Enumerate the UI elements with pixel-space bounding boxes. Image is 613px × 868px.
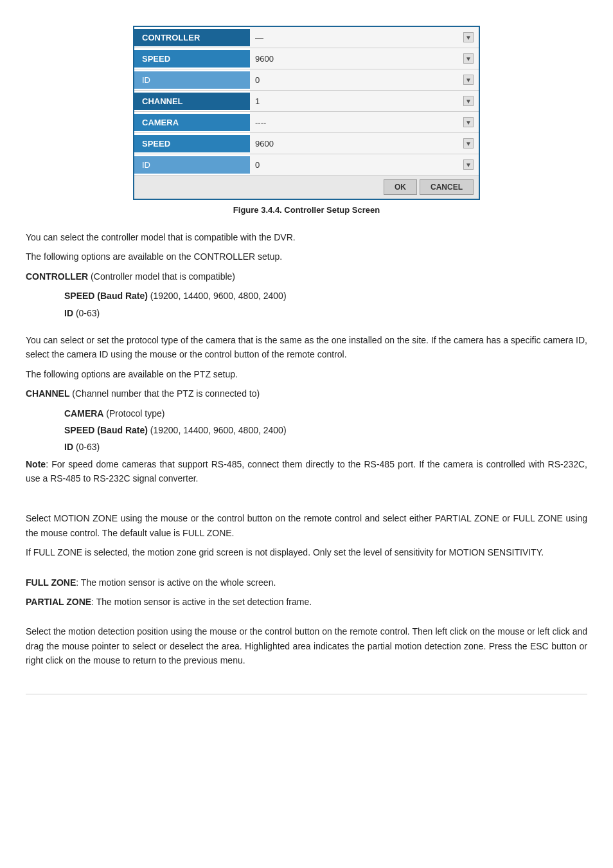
para1: You can select the controller model that…: [26, 230, 587, 244]
id-bold-label: ID: [64, 308, 73, 318]
id-section: ID (0-63): [64, 306, 587, 320]
speed2-dropdown-arrow[interactable]: ▼: [463, 138, 474, 149]
speed-bold-label: SPEED (Baud Rate): [64, 291, 148, 301]
table-row-channel: CHANNEL 1 ▼: [134, 91, 479, 112]
camera-value: ---- ▼: [250, 112, 479, 132]
bottom-rule: [26, 694, 587, 694]
id2-value: 0 ▼: [250, 154, 479, 175]
speed2-bold-label: SPEED (Baud Rate): [64, 425, 148, 435]
channel-bold-desc: (Channel number that the PTZ is connecte…: [69, 388, 260, 399]
controller-label: CONTROLLER: [134, 29, 250, 46]
table-row-speed2: SPEED 9600 ▼: [134, 133, 479, 154]
id2-section: ID (0-63): [64, 440, 587, 454]
note-text: : For speed dome cameras that support RS…: [26, 459, 587, 484]
id2-dropdown-arrow[interactable]: ▼: [463, 159, 474, 170]
table-row-controller: CONTROLLER — ▼: [134, 27, 479, 48]
full-zone-text: : The motion sensor is active on the who…: [76, 577, 276, 588]
controller-value-text: —: [255, 33, 263, 42]
controller-section: CONTROLLER (Controller model that is com…: [26, 269, 587, 284]
partial-zone-section: PARTIAL ZONE: The motion sensor is activ…: [26, 595, 587, 609]
id-desc: (0-63): [73, 308, 100, 318]
speed-baud-section: SPEED (Baud Rate) (19200, 14400, 9600, 4…: [64, 289, 587, 303]
channel-bold-label: CHANNEL: [26, 388, 69, 399]
setup-table: CONTROLLER — ▼ SPEED 9600 ▼ ID 0 ▼ CHANN…: [133, 26, 480, 200]
camera-desc: (Protocol type): [103, 408, 164, 419]
para7: Select the motion detection position usi…: [26, 624, 587, 667]
controller-value: — ▼: [250, 27, 479, 48]
speed1-value: 9600 ▼: [250, 48, 479, 69]
camera-bold-label: CAMERA: [64, 408, 103, 419]
speed1-dropdown-arrow[interactable]: ▼: [463, 53, 474, 64]
camera-dropdown-arrow[interactable]: ▼: [463, 117, 474, 127]
id2-label: ID: [134, 156, 250, 174]
table-row-camera: CAMERA ---- ▼: [134, 112, 479, 133]
channel-dropdown-arrow[interactable]: ▼: [463, 96, 474, 106]
id1-value: 0 ▼: [250, 69, 479, 90]
id2-bold-label: ID: [64, 442, 73, 452]
id2-desc: (0-63): [73, 442, 100, 452]
para3: You can select or set the protocol type …: [26, 333, 587, 362]
button-row: OK CANCEL: [134, 176, 479, 199]
cancel-button[interactable]: CANCEL: [420, 179, 474, 195]
full-zone-section: FULL ZONE: The motion sensor is active o…: [26, 575, 587, 590]
camera-value-text: ----: [255, 118, 266, 127]
speed-desc: (19200, 14400, 9600, 4800, 2400): [148, 291, 287, 301]
camera-label: CAMERA: [134, 114, 250, 131]
id1-dropdown-arrow[interactable]: ▼: [463, 75, 474, 85]
id1-value-text: 0: [255, 75, 260, 85]
note-section: Note: For speed dome cameras that suppor…: [26, 457, 587, 486]
id2-value-text: 0: [255, 160, 260, 170]
camera-section: CAMERA (Protocol type): [64, 406, 587, 420]
channel-value-text: 1: [255, 96, 260, 106]
para6: If FULL ZONE is selected, the motion zon…: [26, 545, 587, 559]
para4: The following options are available on t…: [26, 367, 587, 381]
controller-bold-label: CONTROLLER: [26, 271, 88, 282]
speed1-value-text: 9600: [255, 54, 274, 64]
table-row-id2: ID 0 ▼: [134, 154, 479, 176]
speed2-value: 9600 ▼: [250, 133, 479, 154]
controller-bold-desc: (Controller model that is compatible): [88, 271, 235, 282]
channel-label: CHANNEL: [134, 93, 250, 110]
speed2-baud-section: SPEED (Baud Rate) (19200, 14400, 9600, 4…: [64, 423, 587, 437]
table-row-id1: ID 0 ▼: [134, 69, 479, 91]
ok-button[interactable]: OK: [384, 179, 417, 195]
speed2-value-text: 9600: [255, 139, 274, 149]
para5: Select MOTION ZONE using the mouse or th…: [26, 511, 587, 540]
partial-zone-text: : The motion sensor is active in the set…: [91, 597, 312, 607]
note-bold-label: Note: [26, 459, 46, 469]
para2: The following options are available on t…: [26, 249, 587, 264]
full-zone-bold-label: FULL ZONE: [26, 577, 76, 588]
speed2-label: SPEED: [134, 135, 250, 152]
channel-value: 1 ▼: [250, 91, 479, 111]
speed1-label: SPEED: [134, 50, 250, 68]
content-area: You can select the controller model that…: [26, 230, 587, 668]
id1-label: ID: [134, 71, 250, 89]
speed2-desc: (19200, 14400, 9600, 4800, 2400): [148, 425, 287, 435]
channel-section: CHANNEL (Channel number that the PTZ is …: [26, 386, 587, 401]
figure-caption: Figure 3.4.4. Controller Setup Screen: [233, 205, 380, 215]
table-row-speed1: SPEED 9600 ▼: [134, 48, 479, 69]
setup-screen-container: CONTROLLER — ▼ SPEED 9600 ▼ ID 0 ▼ CHANN…: [26, 26, 587, 215]
partial-zone-bold-label: PARTIAL ZONE: [26, 597, 91, 607]
controller-dropdown-arrow[interactable]: ▼: [463, 32, 474, 42]
